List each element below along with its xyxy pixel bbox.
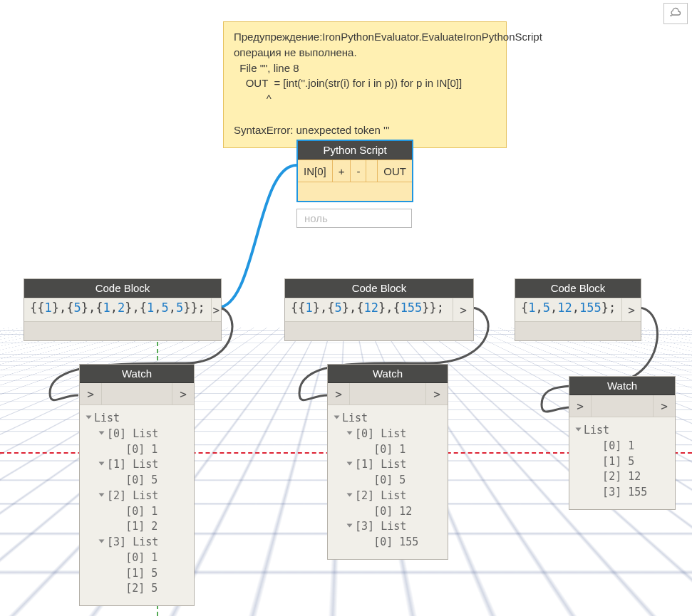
code-block-3-code[interactable]: {1,5,12,155};	[515, 298, 621, 321]
python-node-body	[298, 182, 412, 201]
python-node-title: Python Script	[298, 141, 412, 160]
code-block-1-out-port[interactable]: >	[211, 298, 221, 321]
expand-icon[interactable]	[99, 493, 105, 496]
python-remove-port-button[interactable]: -	[351, 160, 366, 182]
warning-line-5: SyntaxError: unexpected token '''	[234, 124, 390, 136]
python-in0-port[interactable]: IN[0]	[298, 160, 333, 182]
expand-icon[interactable]	[86, 416, 92, 419]
watch-1-out-port[interactable]: >	[172, 383, 194, 404]
code-block-2-title: Code Block	[285, 279, 473, 298]
warning-tooltip: Предупреждение:IronPythonEvaluator.Evalu…	[223, 21, 507, 148]
watch-1-in-port[interactable]: >	[80, 383, 102, 404]
watch-1-title: Watch	[80, 365, 194, 383]
code-block-1-code[interactable]: {{1},{5},{1,2},{1,5,5}};	[24, 298, 211, 321]
expand-icon[interactable]	[99, 431, 105, 434]
warning-line-2: File "", line 8	[234, 62, 299, 74]
watch-3-out-port[interactable]: >	[653, 395, 675, 417]
code-block-2-code[interactable]: {{1},{5},{12},{155}};	[285, 298, 453, 321]
watch-1[interactable]: Watch > > List [0] List [0] 1 [1] List […	[79, 364, 195, 606]
expand-icon[interactable]	[347, 462, 353, 466]
node-search-placeholder: ноль	[304, 212, 328, 224]
watch-2-out-port[interactable]: >	[425, 383, 448, 404]
watch-2-in-port[interactable]: >	[328, 383, 350, 404]
code-block-3[interactable]: Code Block {1,5,12,155}; >	[515, 278, 641, 341]
cloud-icon	[669, 7, 682, 17]
watch-2-title: Watch	[328, 365, 448, 383]
code-block-3-out-port[interactable]: >	[621, 298, 641, 321]
code-block-3-title: Code Block	[515, 279, 641, 298]
code-block-2-out-port[interactable]: >	[453, 298, 473, 321]
watch-3-title: Watch	[569, 377, 675, 395]
expand-icon[interactable]	[334, 416, 340, 419]
watch-3-body: List [0] 1 [1] 5 [2] 12 [3] 155	[569, 417, 675, 509]
expand-icon[interactable]	[347, 524, 353, 528]
code-block-1-footer	[24, 321, 221, 340]
navigator-toggle-button[interactable]	[663, 3, 688, 24]
code-block-1-title: Code Block	[24, 279, 221, 298]
expand-icon[interactable]	[347, 493, 353, 496]
code-block-2-footer	[285, 321, 473, 340]
code-block-3-footer	[515, 321, 641, 340]
dynamo-canvas[interactable]: Предупреждение:IronPythonEvaluator.Evalu…	[0, 0, 692, 616]
watch-1-body: List [0] List [0] 1 [1] List [0] 5 [2] L…	[80, 404, 194, 605]
watch-3-in-port[interactable]: >	[569, 395, 592, 417]
python-add-port-button[interactable]: +	[333, 160, 351, 182]
python-script-node[interactable]: Python Script IN[0] + - OUT	[296, 140, 413, 202]
warning-line-1: Предупреждение:IronPythonEvaluator.Evalu…	[234, 31, 542, 58]
expand-icon[interactable]	[99, 540, 105, 543]
watch-2[interactable]: Watch > > List [0] List [0] 1 [1] List […	[327, 364, 448, 560]
warning-line-4: ^	[234, 93, 272, 105]
expand-icon[interactable]	[99, 462, 105, 466]
node-search-input[interactable]: ноль	[296, 209, 412, 228]
expand-icon[interactable]	[576, 428, 582, 432]
code-block-2[interactable]: Code Block {{1},{5},{12},{155}}; >	[284, 278, 474, 341]
python-out-port[interactable]: OUT	[377, 160, 412, 182]
expand-icon[interactable]	[347, 431, 353, 434]
code-block-1[interactable]: Code Block {{1},{5},{1,2},{1,5,5}}; >	[24, 278, 222, 341]
watch-3[interactable]: Watch > > List [0] 1 [1] 5 [2] 12 [3] 15…	[569, 376, 676, 510]
watch-2-body: List [0] List [0] 1 [1] List [0] 5 [2] L…	[328, 404, 448, 559]
warning-line-3: OUT = [int(''.join(str(i) for i in p)) f…	[234, 77, 462, 89]
